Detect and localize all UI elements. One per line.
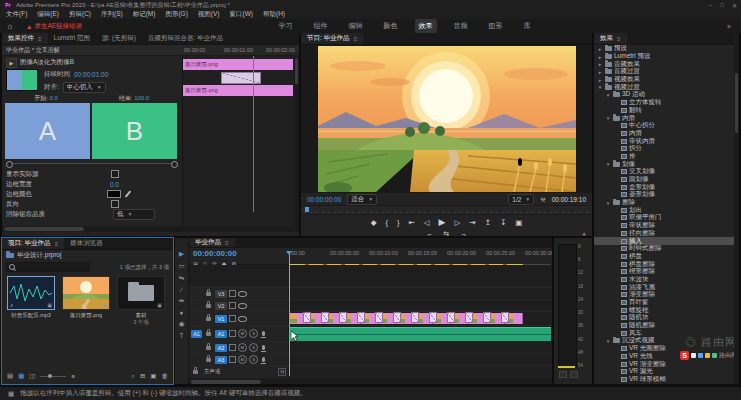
fit-track-icon[interactable]: H	[278, 368, 286, 376]
transition-clip[interactable]	[357, 312, 365, 323]
sync-lock-icon[interactable]	[229, 344, 236, 351]
twirl-icon[interactable]: ▾	[605, 92, 611, 98]
panel-menu-icon[interactable]: ≡	[38, 36, 42, 42]
effects-folder-3D 运动[interactable]: ▾3D 运动	[594, 91, 739, 99]
scrollbar[interactable]	[2, 226, 299, 232]
workspace-overflow-button[interactable]: »	[727, 23, 731, 30]
transition-clip[interactable]	[393, 312, 401, 323]
source-patch[interactable]	[191, 356, 202, 364]
project-item-落日黄昏.png[interactable]: ▣落日黄昏.png	[61, 276, 111, 334]
workspace-tab-效果[interactable]: 效果	[415, 19, 437, 33]
effect-item-内滑[interactable]: 内滑	[594, 130, 739, 138]
effect-item-随机擦除[interactable]: 随机擦除	[594, 322, 739, 330]
ripple-edit-tool[interactable]: ⇆	[179, 274, 184, 282]
transition-clip[interactable]	[447, 312, 455, 323]
mute-button[interactable]: M	[238, 329, 247, 338]
menu-文[interactable]: 文件(F)	[6, 10, 27, 19]
effect-item-划出[interactable]: 划出	[594, 206, 739, 214]
border-color-swatch[interactable]	[107, 190, 121, 198]
find-button[interactable]: ⌕	[131, 372, 135, 380]
voiceover-mic-icon[interactable]	[262, 345, 265, 350]
track-lock-icon[interactable]	[206, 332, 211, 336]
transition-clip[interactable]	[339, 312, 347, 323]
track-lane-V2[interactable]	[289, 300, 552, 311]
sort-button[interactable]: ≡	[71, 373, 75, 380]
effect-item-盒形划像[interactable]: 盒形划像	[594, 183, 739, 191]
hand-tool[interactable]: ◉	[179, 320, 185, 328]
track-lock-icon[interactable]	[206, 292, 211, 296]
effects-folder-视频过渡[interactable]: ▾视频过渡	[594, 83, 739, 91]
effect-item-棋盘[interactable]: 棋盘	[594, 253, 739, 261]
go-to-out-button[interactable]: ⇥	[469, 218, 475, 227]
step-forward-button[interactable]: ▷	[455, 218, 461, 227]
timeline-playhead[interactable]	[289, 251, 290, 376]
program-scrubber[interactable]	[301, 205, 592, 215]
source-patch[interactable]	[191, 290, 202, 298]
sync-lock-icon[interactable]	[229, 290, 236, 297]
workspace-tab-音频[interactable]: 音频	[450, 19, 472, 33]
effects-folder-视频效果[interactable]: ▸视频效果	[594, 76, 739, 84]
effect-item-VR 漏光[interactable]: VR 漏光	[594, 368, 739, 376]
icon-view-button[interactable]: ▦	[18, 372, 24, 380]
project-search-input[interactable]	[6, 262, 90, 272]
effect-item-VR 球形模糊[interactable]: VR 球形模糊	[594, 376, 739, 384]
thumbnail-zoom-slider[interactable]	[40, 376, 66, 377]
source-patch[interactable]	[191, 315, 202, 323]
track-lane-A3[interactable]	[289, 354, 552, 365]
track-toggle[interactable]: A2	[215, 344, 227, 352]
panel-tab[interactable]: 效果≡	[594, 33, 627, 44]
track-lock-icon[interactable]	[206, 358, 211, 362]
program-position-timecode[interactable]: 00:00:00:00	[307, 196, 341, 203]
effect-item-径向擦除[interactable]: 径向擦除	[594, 230, 739, 238]
effect-item-立方体旋转[interactable]: 立方体旋转	[594, 99, 739, 107]
alignment-dropdown[interactable]: 中心切入 ▼	[63, 82, 106, 93]
track-lane-V3[interactable]	[289, 288, 552, 299]
source-patch[interactable]: A1	[191, 330, 202, 338]
safe-margins-button[interactable]: ⌐	[427, 231, 431, 237]
maximize-button[interactable]: □	[720, 2, 724, 9]
scrollbar[interactable]	[189, 378, 552, 384]
home-button[interactable]: ⌂	[0, 22, 20, 31]
minimize-button[interactable]: –	[709, 2, 712, 9]
effect-item-中心拆分[interactable]: 中心拆分	[594, 122, 739, 130]
transition-clip[interactable]	[375, 312, 383, 323]
source-patch[interactable]	[191, 302, 202, 310]
scrollbar[interactable]	[294, 56, 299, 226]
track-lane-A1[interactable]	[289, 326, 552, 341]
lift-button[interactable]: ↥	[485, 218, 491, 227]
eyedropper-icon[interactable]	[125, 190, 132, 197]
menu-图[interactable]: 图形(G)	[165, 10, 187, 19]
twirl-icon[interactable]: ▸	[597, 61, 603, 67]
play-transition-button[interactable]: ▶	[6, 58, 17, 68]
transition-clip[interactable]	[411, 312, 419, 323]
sync-lock-icon[interactable]	[229, 330, 236, 337]
menu-视[interactable]: 视图(V)	[198, 10, 220, 19]
effect-item-VR 光线[interactable]: VR 光线	[594, 353, 739, 361]
panel-tab[interactable]: 源: (无剪辑)	[96, 33, 142, 44]
scrollbar[interactable]	[734, 33, 739, 384]
sync-lock-icon[interactable]	[229, 302, 236, 309]
effect-item-随机块[interactable]: 随机块	[594, 314, 739, 322]
audio-clip[interactable]	[289, 327, 551, 341]
voiceover-mic-icon[interactable]	[262, 357, 265, 362]
sync-lock-icon[interactable]	[229, 315, 236, 322]
effect-item-水波块[interactable]: 水波块	[594, 276, 739, 284]
multicam-button[interactable]: ¬	[461, 231, 465, 237]
transition-clip[interactable]	[429, 312, 437, 323]
menu-窗[interactable]: 窗口(W)	[230, 10, 253, 19]
close-button[interactable]: ✕	[732, 2, 737, 9]
button-editor-button[interactable]: +	[582, 231, 586, 237]
effect-item-VR 渐变擦除[interactable]: VR 渐变擦除	[594, 360, 739, 368]
effects-folder-沉浸式视频[interactable]: ▾沉浸式视频	[594, 337, 739, 345]
solo-button[interactable]: S	[249, 329, 258, 338]
menu-编[interactable]: 编辑(E)	[37, 10, 59, 19]
transition-mini-timeline[interactable]: 落日黄昏.png 落日黄昏.png	[182, 56, 299, 226]
effect-item-圆划像[interactable]: 圆划像	[594, 176, 739, 184]
effect-item-菱形划像[interactable]: 菱形划像	[594, 191, 739, 199]
start-end-slider[interactable]	[6, 160, 178, 168]
track-lock-icon[interactable]	[193, 370, 198, 374]
start-value[interactable]: 0.0	[50, 95, 58, 101]
end-slider-knob[interactable]	[171, 161, 178, 168]
workspace-tab-图形[interactable]: 图形	[485, 19, 507, 33]
panel-tab[interactable]: 音频剪辑混合器: 毕业作品	[142, 33, 229, 44]
